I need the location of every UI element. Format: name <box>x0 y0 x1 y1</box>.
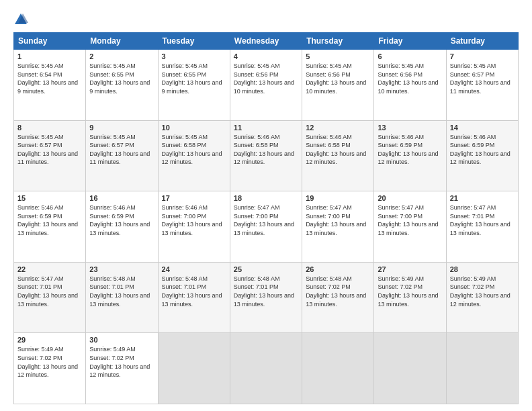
day-info: Sunrise: 5:49 AMSunset: 7:02 PMDaylight:… <box>89 345 154 379</box>
day-info: Sunrise: 5:49 AMSunset: 7:02 PMDaylight:… <box>450 275 515 308</box>
day-number: 30 <box>89 336 154 344</box>
calendar-cell: 20Sunrise: 5:47 AMSunset: 7:00 PMDayligh… <box>374 191 446 263</box>
calendar-cell: 16Sunrise: 5:46 AMSunset: 6:59 PMDayligh… <box>86 191 158 263</box>
day-number: 1 <box>17 52 82 60</box>
day-number: 12 <box>306 124 370 132</box>
day-number: 15 <box>17 194 82 202</box>
calendar-cell: 21Sunrise: 5:47 AMSunset: 7:01 PMDayligh… <box>446 191 518 263</box>
day-info: Sunrise: 5:46 AMSunset: 6:59 PMDaylight:… <box>17 203 82 237</box>
day-number: 14 <box>450 124 515 132</box>
day-info: Sunrise: 5:46 AMSunset: 6:58 PMDaylight:… <box>306 133 370 167</box>
day-number: 10 <box>162 124 226 132</box>
calendar-header-sunday: Sunday <box>14 33 86 50</box>
calendar-cell: 5Sunrise: 5:45 AMSunset: 6:56 PMDaylight… <box>302 50 374 121</box>
day-info: Sunrise: 5:45 AMSunset: 6:56 PMDaylight:… <box>378 62 442 95</box>
calendar-cell: 29Sunrise: 5:49 AMSunset: 7:02 PMDayligh… <box>14 333 86 404</box>
calendar-cell: 25Sunrise: 5:48 AMSunset: 7:01 PMDayligh… <box>230 262 302 333</box>
calendar-cell <box>230 333 302 404</box>
day-number: 27 <box>378 265 442 273</box>
day-info: Sunrise: 5:45 AMSunset: 6:54 PMDaylight:… <box>17 62 82 95</box>
calendar-week-2: 15Sunrise: 5:46 AMSunset: 6:59 PMDayligh… <box>14 191 519 263</box>
calendar-cell: 19Sunrise: 5:47 AMSunset: 7:00 PMDayligh… <box>302 191 374 263</box>
calendar-week-4: 29Sunrise: 5:49 AMSunset: 7:02 PMDayligh… <box>14 333 519 404</box>
day-number: 20 <box>378 194 442 202</box>
day-number: 29 <box>17 336 82 344</box>
day-info: Sunrise: 5:45 AMSunset: 6:56 PMDaylight:… <box>234 62 298 95</box>
calendar-table: SundayMondayTuesdayWednesdayThursdayFrid… <box>13 32 519 404</box>
calendar-cell: 22Sunrise: 5:47 AMSunset: 7:01 PMDayligh… <box>14 262 86 333</box>
calendar-cell: 12Sunrise: 5:46 AMSunset: 6:58 PMDayligh… <box>302 120 374 191</box>
calendar-cell: 3Sunrise: 5:45 AMSunset: 6:55 PMDaylight… <box>158 50 230 121</box>
calendar-header-tuesday: Tuesday <box>158 33 230 50</box>
calendar-cell: 9Sunrise: 5:45 AMSunset: 6:57 PMDaylight… <box>86 120 158 191</box>
calendar-header-row: SundayMondayTuesdayWednesdayThursdayFrid… <box>14 33 519 50</box>
day-number: 6 <box>378 52 442 60</box>
calendar-cell: 26Sunrise: 5:48 AMSunset: 7:02 PMDayligh… <box>302 262 374 333</box>
calendar-header-thursday: Thursday <box>302 33 374 50</box>
calendar-week-3: 22Sunrise: 5:47 AMSunset: 7:01 PMDayligh… <box>14 262 519 333</box>
day-info: Sunrise: 5:45 AMSunset: 6:55 PMDaylight:… <box>89 62 154 95</box>
day-info: Sunrise: 5:47 AMSunset: 7:00 PMDaylight:… <box>234 203 298 237</box>
calendar-header-monday: Monday <box>86 33 158 50</box>
day-number: 7 <box>450 52 515 60</box>
calendar-cell <box>374 333 446 404</box>
day-number: 23 <box>89 265 154 273</box>
calendar-cell: 6Sunrise: 5:45 AMSunset: 6:56 PMDaylight… <box>374 50 446 121</box>
day-info: Sunrise: 5:46 AMSunset: 6:59 PMDaylight:… <box>89 203 154 237</box>
day-info: Sunrise: 5:46 AMSunset: 6:58 PMDaylight:… <box>234 133 298 167</box>
calendar-cell: 27Sunrise: 5:49 AMSunset: 7:02 PMDayligh… <box>374 262 446 333</box>
day-number: 5 <box>306 52 370 60</box>
calendar-cell: 15Sunrise: 5:46 AMSunset: 6:59 PMDayligh… <box>14 191 86 263</box>
day-info: Sunrise: 5:45 AMSunset: 6:56 PMDaylight:… <box>306 62 370 95</box>
day-info: Sunrise: 5:46 AMSunset: 6:59 PMDaylight:… <box>450 133 515 167</box>
day-number: 19 <box>306 194 370 202</box>
day-info: Sunrise: 5:47 AMSunset: 7:00 PMDaylight:… <box>306 203 370 237</box>
day-number: 28 <box>450 265 515 273</box>
calendar-week-1: 8Sunrise: 5:45 AMSunset: 6:57 PMDaylight… <box>14 120 519 191</box>
calendar-cell: 8Sunrise: 5:45 AMSunset: 6:57 PMDaylight… <box>14 120 86 191</box>
calendar-cell: 10Sunrise: 5:45 AMSunset: 6:58 PMDayligh… <box>158 120 230 191</box>
day-number: 24 <box>162 265 226 273</box>
calendar-cell: 18Sunrise: 5:47 AMSunset: 7:00 PMDayligh… <box>230 191 302 263</box>
day-number: 13 <box>378 124 442 132</box>
day-number: 18 <box>234 194 298 202</box>
day-info: Sunrise: 5:46 AMSunset: 7:00 PMDaylight:… <box>162 203 226 237</box>
day-info: Sunrise: 5:49 AMSunset: 7:02 PMDaylight:… <box>17 345 82 379</box>
calendar-cell: 7Sunrise: 5:45 AMSunset: 6:57 PMDaylight… <box>446 50 518 121</box>
calendar-cell <box>302 333 374 404</box>
day-info: Sunrise: 5:45 AMSunset: 6:57 PMDaylight:… <box>450 62 515 95</box>
day-info: Sunrise: 5:47 AMSunset: 7:01 PMDaylight:… <box>17 275 82 308</box>
day-number: 9 <box>89 124 154 132</box>
calendar-cell: 13Sunrise: 5:46 AMSunset: 6:59 PMDayligh… <box>374 120 446 191</box>
day-number: 25 <box>234 265 298 273</box>
day-number: 8 <box>17 124 82 132</box>
day-info: Sunrise: 5:45 AMSunset: 6:58 PMDaylight:… <box>162 133 226 167</box>
day-info: Sunrise: 5:48 AMSunset: 7:01 PMDaylight:… <box>234 275 298 308</box>
calendar-cell: 30Sunrise: 5:49 AMSunset: 7:02 PMDayligh… <box>86 333 158 404</box>
calendar-cell: 11Sunrise: 5:46 AMSunset: 6:58 PMDayligh… <box>230 120 302 191</box>
calendar-cell: 23Sunrise: 5:48 AMSunset: 7:01 PMDayligh… <box>86 262 158 333</box>
calendar-body: 1Sunrise: 5:45 AMSunset: 6:54 PMDaylight… <box>14 50 519 404</box>
day-info: Sunrise: 5:48 AMSunset: 7:01 PMDaylight:… <box>162 275 226 308</box>
header-row <box>13 12 519 27</box>
day-info: Sunrise: 5:49 AMSunset: 7:02 PMDaylight:… <box>378 275 442 308</box>
day-info: Sunrise: 5:47 AMSunset: 7:01 PMDaylight:… <box>450 203 515 237</box>
day-number: 17 <box>162 194 226 202</box>
day-number: 21 <box>450 194 515 202</box>
day-number: 2 <box>89 52 154 60</box>
day-number: 16 <box>89 194 154 202</box>
calendar-cell: 14Sunrise: 5:46 AMSunset: 6:59 PMDayligh… <box>446 120 518 191</box>
day-number: 11 <box>234 124 298 132</box>
day-number: 4 <box>234 52 298 60</box>
logo-icon <box>13 12 28 27</box>
day-number: 22 <box>17 265 82 273</box>
day-info: Sunrise: 5:47 AMSunset: 7:00 PMDaylight:… <box>378 203 442 237</box>
calendar-header-friday: Friday <box>374 33 446 50</box>
calendar-cell: 28Sunrise: 5:49 AMSunset: 7:02 PMDayligh… <box>446 262 518 333</box>
day-info: Sunrise: 5:46 AMSunset: 6:59 PMDaylight:… <box>378 133 442 167</box>
day-info: Sunrise: 5:45 AMSunset: 6:55 PMDaylight:… <box>162 62 226 95</box>
day-info: Sunrise: 5:48 AMSunset: 7:02 PMDaylight:… <box>306 275 370 308</box>
calendar-cell: 1Sunrise: 5:45 AMSunset: 6:54 PMDaylight… <box>14 50 86 121</box>
calendar-cell: 17Sunrise: 5:46 AMSunset: 7:00 PMDayligh… <box>158 191 230 263</box>
calendar-week-0: 1Sunrise: 5:45 AMSunset: 6:54 PMDaylight… <box>14 50 519 121</box>
